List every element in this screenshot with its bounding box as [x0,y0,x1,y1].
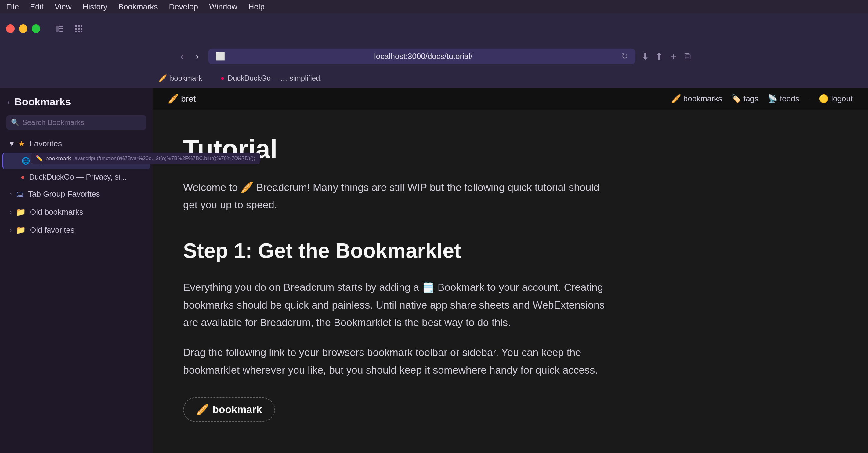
back-button[interactable]: ‹ [177,50,187,63]
menu-view[interactable]: View [55,2,72,11]
tutorial-title: Tutorial [183,134,837,163]
star-icon: ★ [18,139,25,148]
minimize-button[interactable] [19,24,28,33]
tab-bookmark-emoji: 🥖 [159,74,167,82]
globe-icon: 🌐 [22,157,30,165]
menu-window[interactable]: Window [209,2,237,11]
nav-bookmarks-label: bookmarks [683,94,722,104]
tooltip-pencil-icon: ✏️ [36,155,43,162]
svg-rect-0 [56,26,59,32]
bookmark-item-container: 🌐 ✏️ bookmark ✏️ bookmark javascript:(fu… [0,153,153,169]
folder-tab-icon: 🗂 [16,189,24,199]
nav-bookmarks[interactable]: 🥖 bookmarks [671,94,722,104]
bookmarklet-emoji: 🥖 [196,403,209,416]
traffic-lights [6,24,40,33]
content-area: 🥖 bret 🥖 bookmarks 🏷️ tags 📡 feeds · [153,88,868,453]
username-label: bret [181,94,196,104]
svg-rect-2 [59,28,63,29]
sidebar-item-tab-group-favorites[interactable]: › 🗂 Tab Group Favorites [2,185,150,203]
menu-bookmarks[interactable]: Bookmarks [118,2,158,11]
old-favorites-label: Old favorites [30,225,143,235]
nav-feeds[interactable]: 📡 feeds [768,94,799,104]
menu-history[interactable]: History [83,2,107,11]
duckduckgo-circle-icon: ● [21,173,25,181]
tab-bookmark-label: bookmark [170,74,202,83]
tutorial-step1-title: Step 1: Get the Bookmarklet [183,238,837,263]
nav-logout-emoji: 🟡 [819,94,829,104]
folder-old-bookmarks-icon: 📁 [16,207,26,217]
address-bar-row: ‹ › ⬜ localhost:3000/docs/tutorial/ ↻ ⬇ … [0,44,868,68]
bookmarklet-label: bookmark [212,403,262,416]
logo-emoji: 🥖 [168,94,179,104]
browser-actions: ⬇ ⬆ ＋ ⧉ [642,50,691,63]
chevron-right-icon-2: › [10,209,11,215]
favorites-label: Favorites [29,139,62,148]
page-icon: ⬜ [215,52,225,61]
menu-help[interactable]: Help [248,2,264,11]
nav-tags[interactable]: 🏷️ tags [731,94,758,104]
nav-tags-label: tags [743,94,758,104]
close-button[interactable] [6,24,14,33]
chevron-right-icon-3: › [10,227,11,233]
nav-bookmarks-emoji: 🥖 [671,94,681,104]
duckduckgo-label: DuckDuckGo — Privacy, si... [29,173,126,181]
sidebar-header: ‹ Bookmarks [0,91,153,113]
chevron-down-icon: ▾ [10,139,14,148]
tab-grid-icon[interactable] [72,22,86,35]
tab-bar: 🥖 bookmark ● DuckDuckGo —… simplified. [0,68,868,88]
bookmarklet-button[interactable]: 🥖 bookmark [183,397,275,422]
old-bookmarks-label: Old bookmarks [30,207,143,217]
share-button[interactable]: ⬆ [655,51,663,62]
tutorial-step1-para1: Everything you do on Breadcrum starts by… [183,279,611,332]
app-header: 🥖 bret 🥖 bookmarks 🏷️ tags 📡 feeds · [153,88,868,110]
bookmark-tooltip: ✏️ bookmark javascript:(function()%7Bvar… [31,153,260,164]
tooltip-label: bookmark [45,155,71,162]
app-logo: 🥖 bret [168,94,196,104]
menu-edit[interactable]: Edit [30,2,44,11]
maximize-button[interactable] [32,24,40,33]
tab-duckduckgo-label: DuckDuckGo —… simplified. [228,74,322,83]
main-layout: ‹ Bookmarks 🔍 ▾ ★ Favorites 🌐 ✏️ bookmar… [0,88,868,453]
menu-bar: File Edit View History Bookmarks Develop… [0,0,868,13]
sidebar-item-duckduckgo[interactable]: ● DuckDuckGo — Privacy, si... [2,169,150,185]
nav-logout-label: logout [831,94,853,104]
tutorial-intro: Welcome to 🥖 Breadcrum! Many things are … [183,179,611,214]
sidebar-toggle-button[interactable] [53,22,66,35]
new-tab-button[interactable]: ＋ [669,50,678,63]
tab-bookmark[interactable]: 🥖 bookmark [153,72,208,85]
nav-tags-emoji: 🏷️ [731,94,741,104]
sidebar-item-old-bookmarks[interactable]: › 📁 Old bookmarks [2,203,150,221]
nav-feeds-emoji: 📡 [768,94,777,104]
search-box[interactable]: 🔍 [6,115,147,130]
sidebar-title: Bookmarks [14,96,71,108]
forward-button[interactable]: › [193,50,203,63]
svg-rect-3 [59,31,63,32]
address-bar[interactable]: ⬜ localhost:3000/docs/tutorial/ ↻ [208,49,636,64]
search-input[interactable] [22,118,142,127]
sidebar: ‹ Bookmarks 🔍 ▾ ★ Favorites 🌐 ✏️ bookmar… [0,88,153,453]
reload-button[interactable]: ↻ [621,52,628,61]
tutorial-step1-para2: Drag the following link to your browsers… [183,344,611,379]
browser-chrome [0,13,868,44]
search-icon: 🔍 [11,118,19,126]
menu-file[interactable]: File [6,2,19,11]
tab-overview-button[interactable]: ⧉ [684,51,691,62]
url-display[interactable]: localhost:3000/docs/tutorial/ [230,52,617,61]
tooltip-url: javascript:(function()%7Bvar%20e...2t(e)… [73,155,255,162]
download-button[interactable]: ⬇ [642,51,649,62]
chevron-right-icon: › [10,191,11,197]
sidebar-item-old-favorites[interactable]: › 📁 Old favorites [2,221,150,239]
nav-separator: · [808,96,810,102]
nav-logout[interactable]: 🟡 logout [819,94,853,104]
tab-duckduckgo[interactable]: ● DuckDuckGo —… simplified. [214,72,328,85]
nav-feeds-label: feeds [780,94,799,104]
svg-rect-1 [59,26,63,27]
sidebar-back-button[interactable]: ‹ [7,97,10,107]
duckduckgo-icon: ● [220,74,224,82]
app-nav: 🥖 bookmarks 🏷️ tags 📡 feeds · 🟡 logout [671,94,853,104]
sidebar-item-favorites[interactable]: ▾ ★ Favorites [2,135,150,153]
menu-develop[interactable]: Develop [169,2,198,11]
folder-old-favorites-icon: 📁 [16,225,26,235]
tab-group-label: Tab Group Favorites [28,189,143,199]
